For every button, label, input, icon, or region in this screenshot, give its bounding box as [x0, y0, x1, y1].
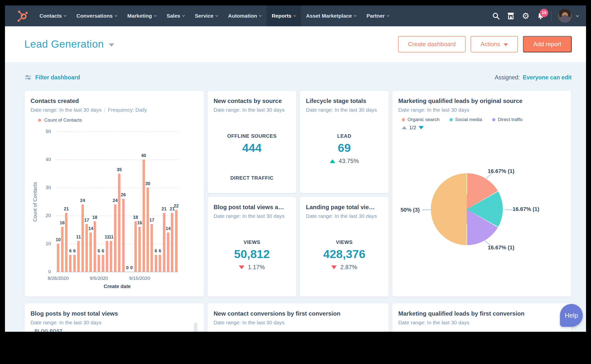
legend-page-up-icon[interactable]	[402, 126, 407, 129]
assigned-label: Assigned:	[495, 74, 520, 81]
card-title: Contacts created	[25, 91, 204, 104]
bar-value-label: 24	[80, 198, 85, 203]
bar-value-label: 6	[155, 248, 157, 254]
page-header: Lead Generation Create dashboard Actions…	[5, 26, 586, 62]
help-button[interactable]: Help	[560, 304, 583, 327]
metric-value: 444	[208, 141, 296, 155]
card-lifecycle-stage-totals: Lifecycle stage totals Date range: In th…	[300, 90, 389, 193]
chart-legend: Count of Contacts	[25, 113, 204, 123]
title-dropdown-caret-icon	[109, 43, 114, 47]
bar-value-label: 10	[56, 237, 61, 242]
bar-value-label: 26	[121, 192, 126, 198]
bar-value-label: 6	[102, 248, 104, 254]
bar	[65, 213, 68, 272]
bar	[150, 224, 153, 272]
card-contact-conversions: New contact conversions by first convers…	[207, 303, 389, 332]
bar	[77, 241, 80, 272]
bar	[106, 241, 108, 272]
bar	[102, 255, 104, 272]
notifications-bell-icon[interactable]: 19	[536, 12, 545, 20]
legend-dot	[492, 118, 495, 121]
actions-button[interactable]: Actions	[471, 36, 518, 52]
bar	[175, 210, 178, 272]
add-report-button[interactable]: Add report	[523, 36, 572, 52]
chevron-down-icon	[293, 14, 296, 17]
assigned-value-link[interactable]: Everyone can edit	[523, 74, 572, 81]
bar	[114, 204, 116, 272]
dashboard-title-dropdown[interactable]: Lead Generation	[24, 38, 114, 50]
bar	[159, 255, 161, 272]
bar-value-label: 17	[84, 218, 89, 223]
search-icon[interactable]	[492, 12, 500, 20]
bar	[57, 244, 59, 272]
x-axis-line	[56, 272, 178, 272]
bar-value-label: 21	[64, 206, 69, 212]
dashboard-body: Filter dashboard Assigned: Everyone can …	[5, 62, 586, 332]
bar	[147, 188, 149, 272]
chevron-down-icon	[215, 14, 218, 17]
metric-delta: 43.75%	[300, 158, 389, 165]
filter-dashboard-link[interactable]: Filter dashboard	[24, 74, 80, 81]
nav-item-reports[interactable]: Reports	[266, 5, 301, 26]
actions-caret-icon	[504, 43, 508, 46]
bar	[134, 221, 137, 272]
settings-gear-icon[interactable]: ⚙	[521, 12, 530, 20]
bar-value-label: 30	[145, 181, 150, 186]
legend-dot	[402, 118, 405, 121]
delta-down-icon	[331, 265, 337, 269]
create-dashboard-button[interactable]: Create dashboard	[398, 36, 466, 52]
bar	[110, 241, 112, 272]
nav-item-partner[interactable]: Partner	[361, 5, 394, 26]
hubspot-logo-icon[interactable]	[16, 9, 29, 22]
nav-item-contacts[interactable]: Contacts	[34, 5, 71, 26]
card-contacts-created: 0102030405010162166112417141866111124352…	[24, 90, 204, 297]
card-mql-original-source: Marketing qualified leads by original so…	[392, 90, 571, 297]
legend-page-indicator: 1/2	[409, 125, 416, 131]
bar	[122, 199, 125, 272]
pie-slice-label: 16.67% (1)	[488, 244, 515, 251]
pie-slice-label: 16.67% (1)	[488, 168, 515, 174]
chevron-down-icon	[354, 14, 356, 17]
marketplace-icon[interactable]	[507, 12, 515, 20]
gridline	[56, 216, 178, 216]
card-scrollbar[interactable]	[194, 323, 197, 332]
user-avatar[interactable]	[558, 9, 572, 23]
legend-item-social-media: Social media	[449, 117, 482, 122]
bar	[98, 255, 100, 272]
x-axis-title: Create date	[56, 284, 178, 289]
bar-value-label: 18	[133, 215, 138, 220]
pie-legend: Organic searchSocial mediaDirect traffic	[392, 113, 571, 122]
gridline	[56, 160, 178, 160]
nav-item-asset-marketplace[interactable]: Asset Marketplace	[301, 5, 361, 26]
bar	[167, 232, 169, 272]
nav-item-marketing[interactable]: Marketing	[122, 5, 161, 26]
gridline	[56, 244, 178, 244]
mql-pie-chart	[431, 173, 503, 245]
metric-label-secondary: DIRECT TRAFFIC	[208, 175, 296, 181]
bar-value-label: 18	[92, 215, 97, 220]
metric-delta: 2.87%	[300, 264, 389, 271]
nav-item-sales[interactable]: Sales	[161, 5, 190, 26]
metric-delta: 1.17%	[208, 264, 296, 271]
nav-item-conversations[interactable]: Conversations	[71, 5, 122, 26]
bar-value-label: 21	[162, 206, 167, 212]
legend-page-down-icon[interactable]	[419, 126, 424, 129]
bar-value-label: 35	[117, 167, 122, 172]
bar	[89, 232, 92, 272]
card-blog-posts-by-views: Blog posts by most total views Date rang…	[24, 303, 204, 332]
pie-leader-line	[422, 209, 432, 210]
bar	[73, 255, 76, 272]
bar	[171, 213, 173, 272]
delta-down-icon	[239, 265, 244, 269]
nav-item-automation[interactable]: Automation	[223, 5, 267, 26]
dashboard-toolbar: Filter dashboard Assigned: Everyone can …	[24, 73, 572, 82]
card-subtitle: Date range: In the last 30 days|Frequenc…	[25, 104, 204, 113]
account-chevron-down-icon[interactable]	[576, 14, 579, 17]
bar	[94, 221, 96, 272]
chevron-down-icon	[182, 14, 185, 17]
nav-item-service[interactable]: Service	[190, 5, 223, 26]
bar	[61, 227, 64, 272]
pie-slice-label: 16.67% (1)	[513, 206, 539, 212]
nav-menu: ContactsConversationsMarketingSalesServi…	[34, 5, 394, 26]
bar	[163, 213, 165, 272]
